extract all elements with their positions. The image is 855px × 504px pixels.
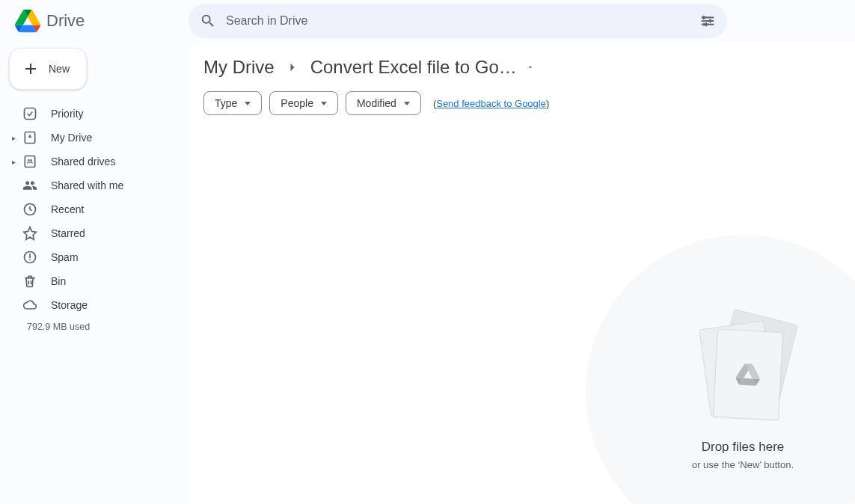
caret-down-icon: [245, 102, 251, 105]
my-drive-icon: [21, 130, 39, 145]
drop-subtitle: or use the ‘New’ button.: [692, 459, 794, 470]
sidebar-item-label: Shared drives: [51, 156, 115, 168]
expand-icon[interactable]: ▸: [9, 158, 18, 166]
drop-illustration: [702, 314, 799, 426]
new-button[interactable]: New: [9, 48, 87, 90]
filter-type[interactable]: Type: [203, 91, 262, 115]
drive-logo-icon: [15, 8, 40, 34]
chevron-right-icon: [285, 60, 300, 75]
svg-point-13: [29, 259, 31, 261]
chip-label: People: [281, 97, 313, 109]
svg-point-9: [28, 159, 30, 162]
breadcrumb-current-label: Convert Excel file to Go…: [310, 57, 517, 78]
sidebar-item-spam[interactable]: Spam: [0, 245, 189, 269]
sidebar-item-recent[interactable]: Recent: [0, 197, 189, 221]
svg-rect-4: [702, 20, 714, 22]
caret-down-icon: [321, 102, 327, 105]
sidebar-item-label: Spam: [51, 251, 79, 263]
priority-icon: [21, 106, 39, 121]
breadcrumb-root[interactable]: My Drive: [203, 57, 275, 78]
sidebar-item-priority[interactable]: Priority: [0, 102, 189, 126]
sidebar-item-shared-with-me[interactable]: Shared with me: [0, 173, 189, 197]
sidebar-item-storage[interactable]: Storage: [0, 293, 189, 317]
expand-icon[interactable]: ▸: [9, 134, 18, 142]
svg-rect-8: [25, 156, 34, 168]
new-button-label: New: [49, 63, 70, 75]
filter-row: Type People Modified (Send feedback to G…: [203, 91, 840, 115]
starred-icon: [21, 226, 39, 241]
sidebar-item-my-drive[interactable]: ▸ My Drive: [0, 126, 189, 150]
drop-title: Drop files here: [702, 440, 785, 455]
brand-name: Drive: [46, 11, 85, 31]
svg-rect-5: [702, 24, 714, 25]
bin-icon: [21, 274, 39, 289]
search-options-icon[interactable]: [699, 12, 717, 30]
header: Drive: [0, 0, 855, 42]
nav: Priority ▸ My Drive ▸ Shared drives: [0, 102, 189, 317]
feedback-text: (Send feedback to Google): [433, 98, 549, 109]
chip-label: Modified: [357, 97, 396, 109]
storage-icon: [21, 298, 39, 313]
sidebar-item-shared-drives[interactable]: ▸ Shared drives: [0, 150, 189, 173]
shared-drives-icon: [21, 154, 39, 169]
breadcrumb-current[interactable]: Convert Excel file to Go…: [310, 57, 535, 78]
recent-icon: [21, 202, 39, 217]
svg-point-10: [30, 159, 32, 162]
sidebar-item-label: Starred: [51, 227, 85, 239]
sidebar-item-starred[interactable]: Starred: [0, 221, 189, 245]
brand[interactable]: Drive: [9, 8, 189, 34]
sidebar-item-label: Shared with me: [51, 179, 123, 191]
shared-with-me-icon: [21, 178, 39, 193]
breadcrumb: My Drive Convert Excel file to Go…: [203, 57, 840, 78]
search-bar[interactable]: [189, 4, 727, 38]
feedback-link[interactable]: Send feedback to Google: [436, 98, 546, 109]
sidebar-item-label: Bin: [51, 275, 66, 287]
svg-rect-3: [702, 17, 714, 19]
chip-label: Type: [215, 97, 237, 109]
sidebar-item-bin[interactable]: Bin: [0, 269, 189, 293]
plus-icon: [22, 60, 40, 78]
sidebar-item-label: My Drive: [51, 132, 92, 144]
sidebar-item-label: Priority: [51, 108, 84, 120]
caret-down-icon: [526, 63, 535, 72]
search-input[interactable]: [226, 14, 690, 28]
layout: New Priority ▸ My Drive ▸: [0, 42, 855, 504]
search-icon[interactable]: [199, 12, 217, 30]
sidebar-item-label: Storage: [51, 299, 88, 311]
svg-rect-6: [25, 108, 36, 120]
sidebar-item-label: Recent: [51, 203, 84, 215]
main: My Drive Convert Excel file to Go… Type …: [189, 42, 855, 504]
sidebar: New Priority ▸ My Drive ▸: [0, 42, 189, 504]
caret-down-icon: [404, 102, 410, 105]
drive-logo-icon: [735, 362, 761, 387]
spam-icon: [21, 250, 39, 265]
storage-used: 792.9 MB used: [0, 322, 189, 332]
drop-zone[interactable]: Drop files here or use the ‘New’ button.: [586, 235, 855, 504]
filter-people[interactable]: People: [269, 91, 338, 115]
filter-modified[interactable]: Modified: [346, 91, 421, 115]
